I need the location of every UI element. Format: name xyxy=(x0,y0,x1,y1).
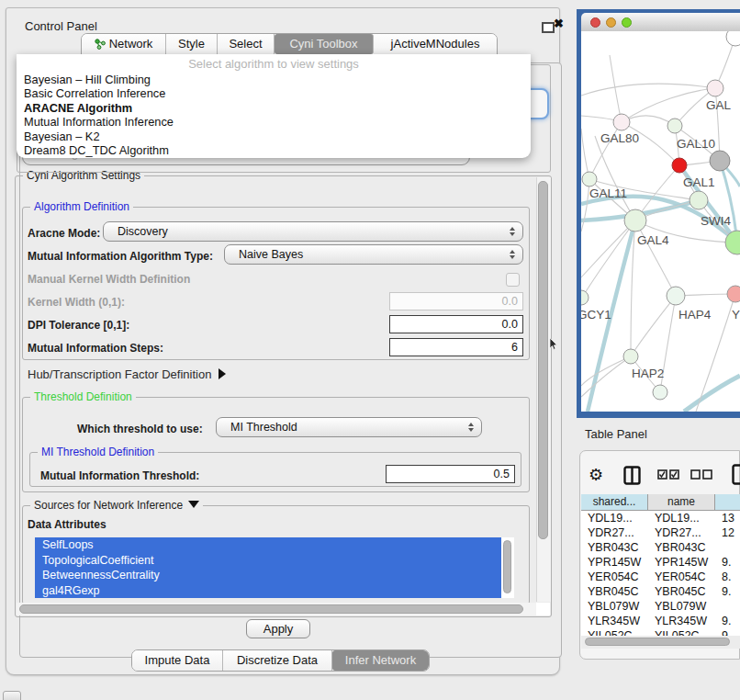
tab-style[interactable]: Style xyxy=(166,34,218,54)
table-cell[interactable]: YLR345W xyxy=(581,614,648,628)
network-node-label: Y xyxy=(732,308,740,322)
network-node-label: GCY1 xyxy=(581,308,611,322)
mi-steps-field[interactable]: 6 xyxy=(389,338,523,356)
table-cell[interactable]: YDL19... xyxy=(648,511,715,525)
cut-off-button[interactable] xyxy=(3,691,21,700)
sources-legend-text: Sources for Network Inference xyxy=(34,499,183,512)
page-icon[interactable] xyxy=(732,464,740,485)
mi-threshold-field[interactable]: 0.5 xyxy=(386,465,515,483)
network-node[interactable] xyxy=(667,287,685,305)
table-cell[interactable] xyxy=(715,540,740,555)
tab-impute-data[interactable]: Impute Data xyxy=(132,650,223,671)
attribute-item-selfloops[interactable]: SelfLoops xyxy=(35,537,501,553)
cyni-mode-tabs: Impute DataDiscretize DataInfer Network xyxy=(131,649,430,672)
table-cell[interactable]: 12 xyxy=(715,525,740,540)
deselect-all-icon[interactable] xyxy=(690,469,713,480)
algorithm-option-mutual-information-inference[interactable]: Mutual Information Inference xyxy=(17,115,531,129)
settings-hscrollbar-thumb[interactable] xyxy=(19,604,523,614)
table-cell[interactable]: 9. xyxy=(715,584,740,599)
control-panel-tabs: NetworkStyleSelectCyni ToolboxjActiveMNo… xyxy=(81,33,498,55)
tab-network[interactable]: Network xyxy=(82,34,166,54)
network-node[interactable] xyxy=(710,151,730,171)
attribute-item-topologicalcoefficient[interactable]: TopologicalCoefficient xyxy=(35,553,501,569)
apply-button[interactable]: Apply xyxy=(246,619,310,638)
table-cell[interactable]: 8. xyxy=(715,570,740,584)
network-node[interactable] xyxy=(582,172,597,186)
tab-discretize-data[interactable]: Discretize Data xyxy=(223,650,332,671)
network-node[interactable] xyxy=(672,158,687,173)
network-node[interactable] xyxy=(623,349,638,364)
mi-type-select[interactable]: Naive Bayes xyxy=(224,244,523,265)
network-node[interactable] xyxy=(726,31,740,46)
network-edge xyxy=(610,55,622,122)
table-cell[interactable]: YER054C xyxy=(581,570,648,584)
attribute-item-gal4rgexp[interactable]: gal4RGexp xyxy=(35,583,501,599)
table-cell[interactable]: YDL19... xyxy=(581,511,648,525)
table-cell[interactable]: YPR145W xyxy=(648,555,715,570)
data-attributes-list[interactable]: SelfLoopsTopologicalCoefficientBetweenne… xyxy=(35,537,514,598)
table-cell[interactable]: YBL079W xyxy=(648,599,715,614)
mi-steps-label: Mutual Information Steps: xyxy=(28,342,163,355)
sources-legend[interactable]: Sources for Network Inference xyxy=(30,499,203,512)
table-cell[interactable]: YLR345W xyxy=(648,614,715,628)
table-cell[interactable]: YBL079W xyxy=(581,599,648,614)
close-traffic-light-icon[interactable] xyxy=(590,17,600,28)
table-cell[interactable]: YBR045C xyxy=(648,584,715,599)
table-hscrollbar-thumb[interactable] xyxy=(585,638,730,646)
table-cell[interactable]: 9. xyxy=(715,555,740,570)
tab-cyni-toolbox[interactable]: Cyni Toolbox xyxy=(275,34,374,54)
network-node[interactable] xyxy=(613,114,630,130)
attributes-scrollbar-thumb[interactable] xyxy=(503,540,511,593)
kernel-width-field[interactable]: 0.0 xyxy=(389,292,523,310)
network-node[interactable] xyxy=(727,286,740,302)
manual-kernel-checkbox[interactable] xyxy=(506,273,520,287)
column-header-name[interactable]: name xyxy=(648,494,715,511)
close-icon[interactable]: ✖ xyxy=(554,17,564,30)
zoom-traffic-light-icon[interactable] xyxy=(622,17,632,28)
select-all-icon[interactable] xyxy=(657,469,680,480)
algorithm-option-basic-correlation-inference[interactable]: Basic Correlation Inference xyxy=(17,86,531,100)
table-cell[interactable]: YBR043C xyxy=(581,540,648,555)
hub-definition-toggle[interactable]: Hub/Transcription Factor Definition xyxy=(28,367,226,381)
algorithm-option-bayesian-hill-climbing[interactable]: Bayesian – Hill Climbing xyxy=(17,73,531,86)
network-node[interactable] xyxy=(667,119,682,133)
column-header-shared[interactable]: shared... xyxy=(581,494,648,511)
float-window-icon[interactable] xyxy=(542,22,555,33)
network-canvas[interactable]: GALGAL80GAL10GAL1GAL11SWI4GAL4GCY1HAP4YH… xyxy=(581,31,740,412)
tab-infer-network[interactable]: Infer Network xyxy=(332,650,429,671)
table-cell[interactable]: YDR27... xyxy=(581,525,648,540)
tab-label: Style xyxy=(178,34,205,54)
network-node[interactable] xyxy=(653,385,667,400)
network-node[interactable] xyxy=(707,80,723,96)
network-edge xyxy=(581,356,631,397)
table-cell[interactable]: YBR043C xyxy=(648,540,715,555)
which-threshold-select[interactable]: MI Threshold xyxy=(216,417,482,437)
threshold-definition-legend: Threshold Definition xyxy=(30,390,136,403)
algorithm-option-dream8-dc-tdc-algorithm[interactable]: Dream8 DC_TDC Algorithm xyxy=(17,143,531,157)
tab-select[interactable]: Select xyxy=(218,34,275,54)
attribute-item-betweennesscentrality[interactable]: BetweennessCentrality xyxy=(35,568,501,583)
network-node[interactable] xyxy=(624,209,646,231)
dpi-tolerance-field[interactable]: 0.0 xyxy=(389,315,523,333)
network-node[interactable] xyxy=(581,290,589,305)
column-header-2[interactable] xyxy=(715,494,740,511)
settings-vscrollbar-thumb[interactable] xyxy=(538,181,548,539)
table-cell[interactable]: 13 xyxy=(715,511,740,525)
table-cell[interactable]: YDR27... xyxy=(648,525,715,540)
tab-jactivemnodules[interactable]: jActiveMNodules xyxy=(374,34,497,54)
network-window-titlebar[interactable] xyxy=(581,13,740,32)
columns-icon[interactable] xyxy=(623,466,641,485)
table-cell[interactable] xyxy=(715,599,740,614)
algorithm-option-aracne-algorithm[interactable]: ARACNE Algorithm xyxy=(17,101,531,115)
table-cell[interactable]: 9. xyxy=(715,614,740,628)
table-cell[interactable]: YER054C xyxy=(648,570,715,584)
table-cell[interactable]: YPR145W xyxy=(581,555,648,570)
node-table[interactable]: shared...nameYDL19...YDL19...13YDR27...Y… xyxy=(581,494,740,650)
network-node[interactable] xyxy=(690,191,708,209)
minimize-traffic-light-icon[interactable] xyxy=(606,17,616,28)
algorithm-option-bayesian-k2[interactable]: Bayesian – K2 xyxy=(17,130,531,143)
aracne-mode-select[interactable]: Discovery xyxy=(103,221,523,242)
table-cell[interactable]: YBR045C xyxy=(581,584,648,599)
mi-type-value: Naive Bayes xyxy=(239,248,303,261)
gear-icon[interactable]: ⚙ xyxy=(589,465,603,485)
